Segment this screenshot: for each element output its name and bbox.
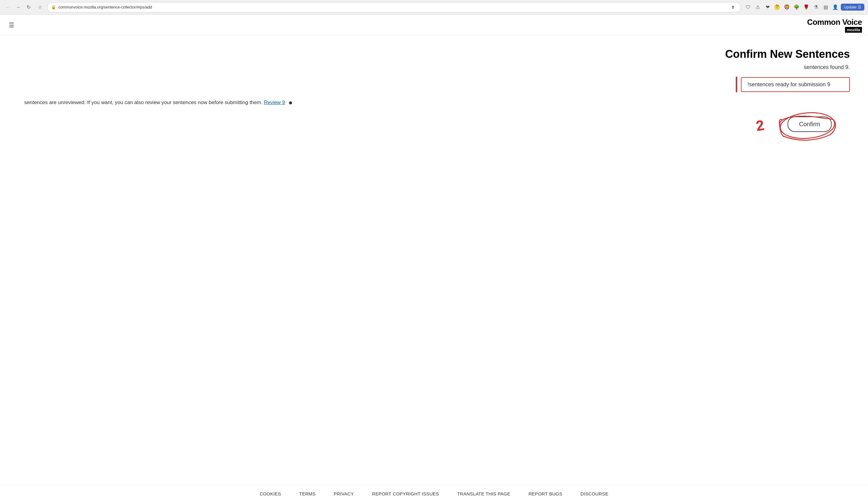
extension-icon-2[interactable]: 🦁 [783, 3, 791, 11]
bookmark-button[interactable]: ☆ [36, 3, 44, 11]
submission-box-row: !sentences ready for submission 9 [18, 76, 850, 92]
lock-icon: 🔒 [51, 5, 56, 9]
page-title: Confirm New Sentences [18, 48, 850, 61]
address-bar-actions: ⬆ [729, 3, 737, 11]
update-chevron-icon: ☰ [858, 5, 861, 9]
brand-tag: mozilla [845, 27, 862, 33]
footer-link-privacy[interactable]: PRIVACY [333, 491, 354, 496]
extension-icon-3[interactable]: 🌳 [792, 3, 801, 11]
pocket-icon[interactable]: ❤ [763, 3, 772, 11]
browser-chrome: ← → ↻ ☆ 🔒 commonvoice.mozilla.org/senten… [0, 0, 868, 14]
annotation-wrapper: 2 Confirm [787, 116, 832, 132]
app-header: ☰ Common Voice mozilla [0, 14, 868, 36]
page-title-section: Confirm New Sentences .sentences found 9 [18, 48, 850, 71]
footer: COOKIES TERMS PRIVACY REPORT COPYRIGHT I… [0, 484, 868, 503]
extensions-icon[interactable]: ⚗ [812, 3, 820, 11]
footer-link-bugs[interactable]: REPORT BUGS [528, 491, 562, 496]
share-icon[interactable]: ⬆ [729, 3, 737, 11]
review-row: sentences are unreviewed. If you want, y… [18, 100, 850, 106]
url-text: commonvoice.mozilla.org/sentence-collect… [59, 5, 727, 9]
main-content: Confirm New Sentences .sentences found 9… [0, 36, 868, 484]
browser-right-buttons: 🛡 ⚠ ❤ 🤔 🦁 🌳 🌹 ⚗ ▤ 👤 Update ☰ [744, 3, 864, 11]
review-text: sentences are unreviewed. If you want, y… [24, 100, 262, 105]
footer-link-translate[interactable]: TRANSLATE THIS PAGE [457, 491, 510, 496]
submission-box: !sentences ready for submission 9 [741, 77, 850, 92]
forward-button[interactable]: → [14, 3, 22, 11]
profile-icon[interactable]: 👤 [831, 3, 839, 11]
hamburger-button[interactable]: ☰ [6, 20, 17, 31]
brand-logo: Common Voice mozilla [807, 18, 862, 33]
back-button[interactable]: ← [4, 3, 12, 11]
reader-view-icon[interactable]: ▤ [822, 3, 830, 11]
confirm-button[interactable]: Confirm [787, 116, 832, 132]
footer-link-terms[interactable]: TERMS [299, 491, 316, 496]
svg-text:2: 2 [755, 117, 765, 134]
footer-link-cookies[interactable]: COOKIES [260, 491, 281, 496]
review-link[interactable]: Review 9 [264, 100, 285, 105]
update-button[interactable]: Update ☰ [841, 4, 864, 11]
shield-icon[interactable]: 🛡 [744, 3, 752, 11]
address-bar[interactable]: 🔒 commonvoice.mozilla.org/sentence-colle… [47, 2, 741, 12]
alert-icon[interactable]: ⚠ [754, 3, 762, 11]
red-bar-indicator [736, 76, 737, 92]
hamburger-icon: ☰ [9, 21, 14, 29]
footer-link-discourse[interactable]: DISCOURSE [580, 491, 608, 496]
bullet-indicator [289, 101, 292, 104]
brand-name: Common Voice [807, 18, 862, 27]
extension-icon-1[interactable]: 🤔 [773, 3, 782, 11]
browser-nav-buttons: ← → ↻ [4, 3, 33, 11]
extension-icon-4[interactable]: 🌹 [802, 3, 810, 11]
confirm-section: 2 Confirm [18, 116, 850, 132]
footer-link-copyright[interactable]: REPORT COPYRIGHT ISSUES [372, 491, 439, 496]
reload-button[interactable]: ↻ [24, 3, 33, 11]
sentences-count: .sentences found 9 [18, 64, 850, 71]
